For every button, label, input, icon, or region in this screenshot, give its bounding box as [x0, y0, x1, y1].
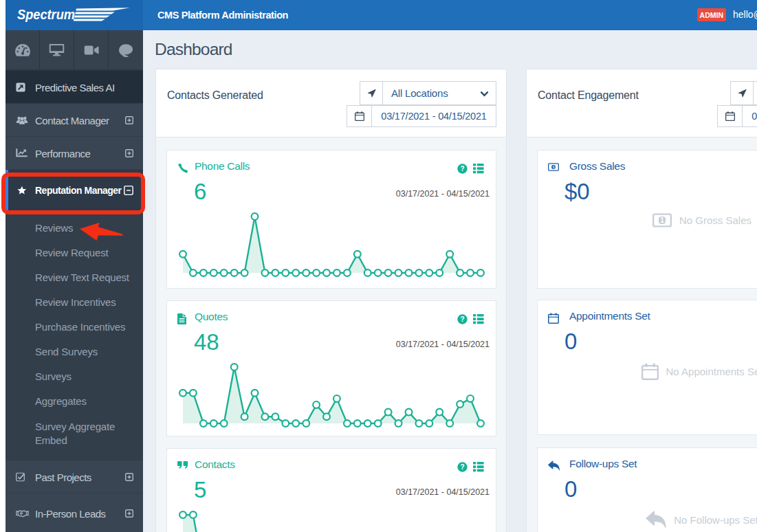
svg-text:1: 1 [660, 217, 664, 224]
svg-text:Spectrum: Spectrum [17, 6, 75, 22]
